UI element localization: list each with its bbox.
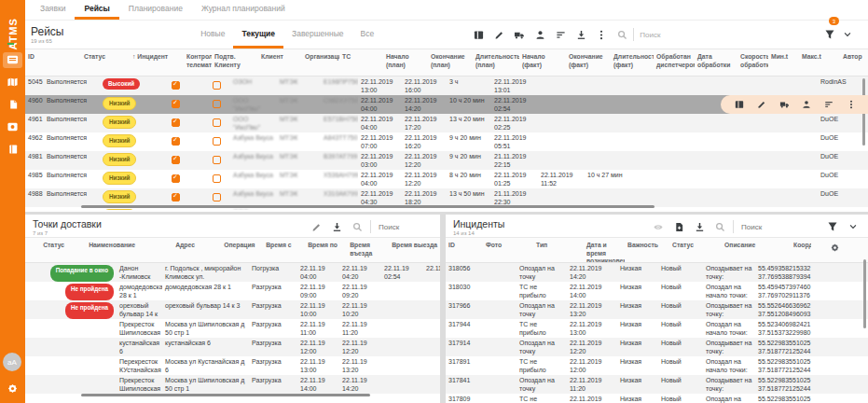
trips-tab[interactable]: Все — [352, 21, 383, 49]
truck-icon[interactable] — [512, 27, 527, 42]
table-row[interactable]: 4988 Выполняется Низкий Азбука Вкуса МТЭ… — [25, 188, 868, 207]
column-header[interactable]: Автор — [840, 49, 865, 76]
avatar[interactable]: aA — [3, 353, 21, 371]
table-row[interactable]: 318056 Опоздал на точку 22.11.2019 14:20… — [446, 263, 868, 282]
column-header[interactable]: Координата — [791, 238, 811, 262]
sort-icon[interactable] — [821, 97, 836, 112]
more-icon[interactable] — [594, 27, 609, 42]
nav-tab[interactable]: Заявки — [31, 0, 75, 20]
column-header[interactable]: Описание — [722, 238, 791, 262]
client-confirm-checkbox[interactable] — [213, 156, 221, 164]
column-header[interactable]: Мин.t — [768, 49, 799, 76]
telematics-checkbox[interactable] — [172, 100, 180, 108]
download-icon[interactable] — [692, 219, 707, 234]
column-header[interactable]: Время с — [263, 238, 305, 262]
table-row[interactable]: Перекресток КУстанайская 6 Москва ул Кус… — [25, 356, 440, 375]
search-icon[interactable] — [350, 219, 365, 234]
search-icon[interactable] — [712, 219, 727, 234]
table-row[interactable]: 4985 Выполняется Низкий Азбука Вкуса МТЭ… — [25, 170, 868, 188]
search-icon[interactable] — [614, 27, 629, 42]
column-header[interactable]: ↑ Инцидент — [130, 49, 184, 76]
column-header[interactable]: Фото — [483, 238, 533, 262]
user-icon[interactable] — [799, 97, 814, 112]
table-row[interactable]: 4960 Выполняется Низкий ООО "ИксПво" МТЭ… — [25, 95, 868, 114]
edit-icon[interactable] — [309, 219, 324, 234]
table-row[interactable]: кустанайская 6 кустанайская 6 Разгрузка … — [25, 338, 440, 356]
client-confirm-checkbox[interactable] — [213, 174, 221, 183]
sidebar-item-map[interactable] — [3, 75, 22, 90]
search-input[interactable] — [739, 222, 795, 232]
client-confirm-checkbox[interactable] — [213, 100, 221, 108]
sort-icon[interactable] — [553, 27, 568, 42]
column-header[interactable]: Организация — [302, 49, 339, 76]
download-icon[interactable] — [573, 27, 588, 42]
telematics-checkbox[interactable] — [172, 81, 180, 90]
telematics-checkbox[interactable] — [172, 156, 180, 164]
column-header[interactable]: Время выезда — [389, 238, 440, 262]
table-row[interactable]: 317809 ТС не прибыло вовремя на 22.11.20… — [446, 394, 868, 403]
column-header[interactable]: Статус — [81, 49, 130, 76]
horizontal-scrollbar[interactable] — [81, 394, 370, 396]
column-header[interactable]: Клиент — [258, 49, 302, 76]
vertical-scrollbar[interactable] — [863, 259, 866, 328]
search-input[interactable] — [638, 30, 694, 40]
table-row[interactable]: 317841 Опоздал на точку 22.11.2019 11:20… — [446, 375, 868, 394]
column-header[interactable]: Длительность (факт) — [611, 49, 654, 76]
column-settings-gear-icon[interactable] — [827, 240, 842, 255]
map-icon[interactable] — [732, 97, 747, 112]
telematics-checkbox[interactable] — [172, 137, 180, 146]
eye-icon[interactable] — [651, 219, 666, 234]
table-row[interactable]: Прекресток Шипиловская 50 стр 1 Москва у… — [25, 375, 440, 394]
telematics-checkbox[interactable] — [172, 193, 180, 202]
trips-tab[interactable]: Новые — [192, 21, 233, 49]
table-row[interactable]: Прекресток Шипиловская 50 стр 1 Москва у… — [25, 319, 440, 338]
column-header[interactable]: Статус — [40, 238, 86, 262]
column-header[interactable]: Макс.t — [799, 49, 840, 76]
column-header[interactable]: Окончание (план) — [428, 49, 473, 76]
edit-icon[interactable] — [754, 97, 769, 112]
table-row[interactable]: 317966 Опоздал на точку 22.11.2019 13:20… — [446, 300, 868, 319]
column-header[interactable]: Начало (факт) — [519, 49, 566, 76]
column-header[interactable]: Время въезда — [347, 238, 389, 262]
column-header[interactable]: Дата и время возникновения — [584, 238, 625, 262]
nav-tab[interactable]: Журнал планирований — [192, 0, 295, 20]
map-icon[interactable] — [471, 27, 486, 42]
column-header[interactable]: Окончание (факт) — [566, 49, 611, 76]
table-row[interactable]: 317944 ТС не прибыло вовремя на 22.11.20… — [446, 319, 868, 338]
table-row[interactable]: 4961 Выполняется Низкий ООО "ИксПво" МТЭ… — [25, 114, 868, 132]
download-icon[interactable] — [329, 219, 344, 234]
column-header[interactable]: Контроль телематики — [184, 49, 212, 76]
table-row[interactable]: 4981 Выполняется Низкий Азбука Вкуса МТЭ… — [25, 151, 868, 170]
table-row[interactable]: Не пройдена домодедовская 28 к 1 домодед… — [25, 282, 440, 300]
table-row[interactable]: 4962 Выполняется Низкий Азбука Вкуса МТЭ… — [25, 132, 868, 151]
settings-gear-icon[interactable] — [7, 382, 19, 394]
user-icon[interactable] — [532, 27, 547, 42]
chevron-down-icon[interactable] — [840, 27, 855, 42]
client-confirm-checkbox[interactable] — [213, 118, 221, 127]
sidebar-item-trips[interactable] — [3, 52, 22, 68]
trips-tab[interactable]: Текущие — [233, 21, 283, 49]
column-header[interactable]: Время по — [305, 238, 347, 262]
telematics-checkbox[interactable] — [172, 118, 180, 127]
truck-icon[interactable] — [777, 97, 792, 112]
column-header[interactable]: ID — [446, 238, 483, 262]
filter-icon[interactable] — [822, 27, 837, 42]
column-header[interactable]: Операция — [221, 238, 263, 262]
column-header[interactable]: Скорость обработки — [737, 49, 768, 76]
sidebar-item-journal[interactable] — [3, 142, 22, 158]
table-row[interactable]: 5045 Выполняется Высокий ОЗОН МТЭК Е196П… — [25, 76, 868, 95]
client-confirm-checkbox[interactable] — [213, 137, 221, 146]
column-header[interactable] — [811, 238, 817, 262]
column-header[interactable]: Обработан диспетчером — [654, 49, 695, 76]
client-confirm-checkbox[interactable] — [213, 81, 221, 90]
edit-icon[interactable] — [491, 27, 506, 42]
column-header[interactable]: Дата обработки — [695, 49, 737, 76]
table-row[interactable]: Попадание в окно Данон -Климовск г. Подо… — [25, 263, 440, 282]
telematics-checkbox[interactable] — [172, 174, 180, 183]
table-row[interactable]: 317891 ТС не прибыло вовремя на 22.11.20… — [446, 356, 868, 375]
sidebar-item-monitor[interactable] — [3, 119, 22, 135]
add-report-icon[interactable] — [671, 219, 686, 234]
column-header[interactable]: Наименование — [86, 238, 172, 262]
filter-icon[interactable] — [825, 219, 840, 234]
search-input[interactable] — [377, 222, 433, 232]
